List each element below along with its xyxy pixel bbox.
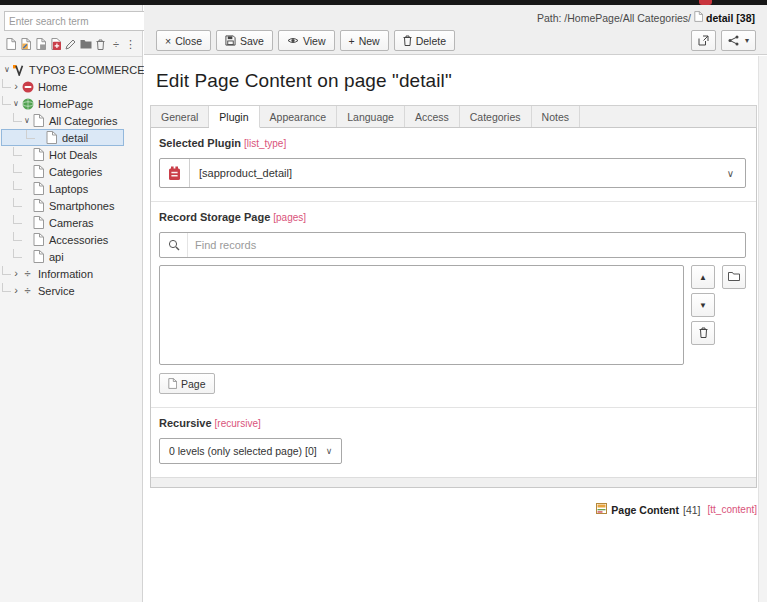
tree-node-label: Categories bbox=[49, 166, 102, 178]
tree-node-smartphones[interactable]: Smartphones bbox=[0, 197, 124, 214]
page-icon bbox=[32, 250, 45, 263]
recursive-select[interactable]: 0 levels (only selected page) [0] ∨ bbox=[159, 438, 342, 464]
module-area: Path: /HomePage/All Categories/ detail [… bbox=[144, 5, 767, 602]
tab-bar: General Plugin Appearance Language Acces… bbox=[150, 105, 757, 128]
page-icon bbox=[694, 11, 703, 24]
section-recursive: Recursive[recursive] 0 levels (only sele… bbox=[151, 407, 756, 477]
arrow-up-icon: ▲ bbox=[699, 273, 707, 282]
tree-connector bbox=[13, 113, 22, 122]
tree-node-label: Laptops bbox=[49, 183, 88, 195]
close-button[interactable]: × Close bbox=[156, 30, 211, 51]
tree-search-row: ‹ bbox=[4, 9, 140, 33]
breadcrumb: Path: /HomePage/All Categories/ detail [… bbox=[537, 11, 755, 24]
selected-plugin-value: [sapproduct_detail] bbox=[190, 167, 716, 179]
new-button[interactable]: + New bbox=[340, 30, 389, 51]
tree-connector bbox=[13, 198, 22, 207]
browse-records-button[interactable] bbox=[722, 265, 746, 289]
tree-connector bbox=[13, 164, 22, 173]
chevron-down-icon[interactable]: ∨ bbox=[11, 100, 21, 108]
tree-search-input[interactable] bbox=[4, 11, 146, 31]
move-up-button[interactable]: ▲ bbox=[691, 265, 715, 289]
find-records-input[interactable] bbox=[188, 239, 745, 251]
eye-icon bbox=[287, 36, 299, 45]
open-in-new-window-button[interactable] bbox=[691, 30, 716, 51]
field-label: Recursive[recursive] bbox=[159, 417, 746, 429]
tree-node-hot-deals[interactable]: Hot Deals bbox=[0, 146, 124, 163]
spacer-page-icon[interactable]: ÷ bbox=[110, 37, 122, 51]
new-page-icon[interactable] bbox=[5, 37, 17, 51]
spacer-page-icon: ÷ bbox=[21, 267, 34, 280]
move-down-button[interactable]: ▼ bbox=[691, 293, 715, 317]
tree-node-all-categories[interactable]: ∨ All Categories bbox=[0, 112, 124, 129]
restricted-page-icon bbox=[21, 80, 34, 93]
save-button[interactable]: Save bbox=[216, 30, 273, 51]
tree-connector bbox=[13, 215, 22, 224]
tree-connector bbox=[13, 249, 22, 258]
page-title: Edit Page Content on page "detail" bbox=[156, 70, 758, 92]
tree-node-root[interactable]: ∨ TYPO3 E-COMMERCE bbox=[0, 61, 124, 78]
tree-node-information[interactable]: › ÷ Information bbox=[0, 265, 124, 282]
notification-badge bbox=[699, 0, 712, 5]
new-shortcut-page-icon[interactable] bbox=[20, 37, 32, 51]
tree-node-service[interactable]: › ÷ Service bbox=[0, 282, 124, 299]
page-icon bbox=[168, 378, 177, 389]
folder-icon[interactable] bbox=[80, 37, 92, 51]
tree-node-label: Smartphones bbox=[49, 200, 114, 212]
tree-node-label: HomePage bbox=[38, 98, 93, 110]
chevron-right-icon[interactable]: › bbox=[11, 285, 21, 296]
tree-node-detail-selected[interactable]: detail bbox=[1, 129, 124, 146]
page-icon bbox=[32, 165, 45, 178]
chevron-right-icon[interactable]: › bbox=[11, 81, 21, 92]
add-page-button[interactable]: Page bbox=[159, 373, 215, 394]
tab-language[interactable]: Language bbox=[337, 106, 405, 127]
share-button[interactable]: ▾ bbox=[721, 30, 756, 51]
tab-appearance[interactable]: Appearance bbox=[260, 106, 338, 127]
plus-icon: + bbox=[349, 35, 355, 47]
panel-footer bbox=[151, 477, 756, 487]
doc-header-right-buttons: ▾ bbox=[691, 30, 756, 51]
tree-node-homepage[interactable]: ∨ HomePage bbox=[0, 95, 124, 112]
delete-button[interactable]: Delete bbox=[394, 30, 455, 51]
tree-node-api[interactable]: api bbox=[0, 248, 124, 265]
tab-categories[interactable]: Categories bbox=[460, 106, 532, 127]
delete-icon[interactable] bbox=[95, 37, 107, 51]
tree-node-accessories[interactable]: Accessories bbox=[0, 231, 124, 248]
chevron-right-icon[interactable]: › bbox=[11, 268, 21, 279]
tab-access[interactable]: Access bbox=[405, 106, 460, 127]
chevron-down-icon[interactable]: ∨ bbox=[22, 117, 32, 125]
tree-node-label: Home bbox=[38, 81, 67, 93]
chevron-down-icon: ∨ bbox=[326, 446, 333, 456]
field-code: [pages] bbox=[273, 212, 306, 223]
trash-icon bbox=[403, 35, 412, 46]
page-icon bbox=[32, 216, 45, 229]
share-icon bbox=[728, 35, 739, 46]
tree-node-home[interactable]: › Home bbox=[0, 78, 124, 95]
tree-node-categories[interactable]: Categories bbox=[0, 163, 124, 180]
tree-more-options-icon[interactable]: ⋮ bbox=[125, 38, 136, 51]
plugin-icon bbox=[160, 159, 190, 187]
chevron-down-icon[interactable]: ∨ bbox=[2, 66, 12, 74]
doc-header-buttons: × Close Save View + New bbox=[156, 30, 455, 51]
spacer-page-icon: ÷ bbox=[21, 284, 34, 297]
chevron-down-icon: ∨ bbox=[716, 168, 745, 179]
selected-plugin-select[interactable]: [sapproduct_detail] ∨ bbox=[159, 158, 746, 188]
breadcrumb-path: Path: /HomePage/All Categories/ bbox=[537, 12, 691, 24]
tree-node-cameras[interactable]: Cameras bbox=[0, 214, 124, 231]
tab-notes[interactable]: Notes bbox=[532, 106, 580, 127]
open-in-new-window-icon bbox=[698, 35, 709, 46]
tree-node-laptops[interactable]: Laptops bbox=[0, 180, 124, 197]
edit-icon[interactable] bbox=[65, 37, 77, 51]
storage-selector-row: ▲ ▼ bbox=[159, 265, 746, 365]
selected-pages-listbox[interactable] bbox=[159, 265, 684, 365]
new-restricted-page-icon[interactable] bbox=[50, 37, 62, 51]
page-icon bbox=[32, 233, 45, 246]
tab-general[interactable]: General bbox=[151, 106, 209, 127]
site-root-icon bbox=[21, 97, 34, 110]
tab-plugin[interactable]: Plugin bbox=[209, 106, 259, 128]
tree-node-label: Service bbox=[38, 285, 75, 297]
remove-selected-button[interactable] bbox=[691, 321, 715, 345]
view-button[interactable]: View bbox=[278, 30, 335, 51]
field-code: [list_type] bbox=[244, 138, 286, 149]
chevron-down-icon: ▾ bbox=[745, 36, 749, 45]
new-mountpoint-page-icon[interactable] bbox=[35, 37, 47, 51]
